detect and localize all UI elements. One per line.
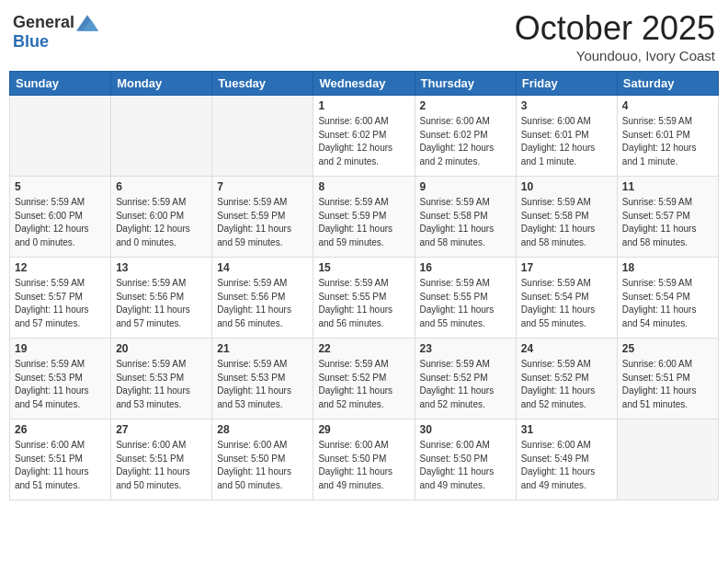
day-info: Sunrise: 6:00 AM Sunset: 5:51 PM Dayligh… <box>622 358 713 411</box>
logo: General Blue <box>13 13 98 52</box>
calendar-header: SundayMondayTuesdayWednesdayThursdayFrid… <box>10 72 719 96</box>
calendar-cell: 2Sunrise: 6:00 AM Sunset: 6:02 PM Daylig… <box>415 96 516 177</box>
day-info: Sunrise: 5:59 AM Sunset: 5:56 PM Dayligh… <box>217 277 308 330</box>
day-number: 23 <box>420 342 511 355</box>
calendar-cell <box>111 96 212 177</box>
calendar-week-3: 12Sunrise: 5:59 AM Sunset: 5:57 PM Dayli… <box>10 258 719 339</box>
day-info: Sunrise: 5:59 AM Sunset: 5:59 PM Dayligh… <box>217 196 308 249</box>
day-number: 27 <box>116 423 207 436</box>
calendar-cell: 1Sunrise: 6:00 AM Sunset: 6:02 PM Daylig… <box>313 96 415 177</box>
day-info: Sunrise: 6:00 AM Sunset: 5:50 PM Dayligh… <box>217 439 308 492</box>
day-info: Sunrise: 6:00 AM Sunset: 6:02 PM Dayligh… <box>318 115 409 168</box>
day-info: Sunrise: 5:59 AM Sunset: 5:56 PM Dayligh… <box>116 277 207 330</box>
calendar-cell: 21Sunrise: 5:59 AM Sunset: 5:53 PM Dayli… <box>212 339 313 419</box>
day-number: 26 <box>15 423 106 436</box>
calendar-cell: 15Sunrise: 5:59 AM Sunset: 5:55 PM Dayli… <box>313 258 415 339</box>
month-title: October 2025 <box>515 9 715 48</box>
day-info: Sunrise: 6:00 AM Sunset: 5:50 PM Dayligh… <box>420 439 511 492</box>
weekday-header-monday: Monday <box>111 72 212 96</box>
calendar-cell: 31Sunrise: 6:00 AM Sunset: 5:49 PM Dayli… <box>516 419 617 500</box>
day-number: 22 <box>318 342 409 355</box>
calendar-cell: 17Sunrise: 5:59 AM Sunset: 5:54 PM Dayli… <box>516 258 617 339</box>
calendar-cell <box>212 96 313 177</box>
day-number: 15 <box>318 261 409 274</box>
title-area: October 2025 Youndouo, Ivory Coast <box>515 9 715 63</box>
weekday-header-saturday: Saturday <box>617 72 718 96</box>
calendar-cell: 24Sunrise: 5:59 AM Sunset: 5:52 PM Dayli… <box>516 339 617 419</box>
day-info: Sunrise: 5:59 AM Sunset: 5:58 PM Dayligh… <box>521 196 612 249</box>
day-number: 13 <box>116 261 207 274</box>
day-info: Sunrise: 6:00 AM Sunset: 5:51 PM Dayligh… <box>15 439 106 492</box>
day-info: Sunrise: 5:59 AM Sunset: 6:00 PM Dayligh… <box>15 196 106 249</box>
day-info: Sunrise: 5:59 AM Sunset: 5:52 PM Dayligh… <box>521 358 612 411</box>
calendar-week-4: 19Sunrise: 5:59 AM Sunset: 5:53 PM Dayli… <box>10 339 719 419</box>
day-number: 10 <box>521 180 612 193</box>
calendar-cell: 16Sunrise: 5:59 AM Sunset: 5:55 PM Dayli… <box>415 258 516 339</box>
day-number: 30 <box>420 423 511 436</box>
day-info: Sunrise: 5:59 AM Sunset: 5:55 PM Dayligh… <box>420 277 511 330</box>
day-number: 1 <box>318 99 409 112</box>
calendar-cell: 7Sunrise: 5:59 AM Sunset: 5:59 PM Daylig… <box>212 177 313 258</box>
calendar-cell: 10Sunrise: 5:59 AM Sunset: 5:58 PM Dayli… <box>516 177 617 258</box>
calendar-body: 1Sunrise: 6:00 AM Sunset: 6:02 PM Daylig… <box>10 96 719 500</box>
day-info: Sunrise: 5:59 AM Sunset: 5:53 PM Dayligh… <box>15 358 106 411</box>
day-number: 14 <box>217 261 308 274</box>
day-info: Sunrise: 5:59 AM Sunset: 5:52 PM Dayligh… <box>318 358 409 411</box>
day-info: Sunrise: 6:00 AM Sunset: 6:01 PM Dayligh… <box>521 115 612 168</box>
day-number: 20 <box>116 342 207 355</box>
calendar-cell: 13Sunrise: 5:59 AM Sunset: 5:56 PM Dayli… <box>111 258 212 339</box>
weekday-header-tuesday: Tuesday <box>212 72 313 96</box>
calendar-cell: 14Sunrise: 5:59 AM Sunset: 5:56 PM Dayli… <box>212 258 313 339</box>
day-info: Sunrise: 6:00 AM Sunset: 5:49 PM Dayligh… <box>521 439 612 492</box>
day-info: Sunrise: 5:59 AM Sunset: 5:54 PM Dayligh… <box>622 277 713 330</box>
day-number: 21 <box>217 342 308 355</box>
day-info: Sunrise: 5:59 AM Sunset: 5:55 PM Dayligh… <box>318 277 409 330</box>
calendar-table: SundayMondayTuesdayWednesdayThursdayFrid… <box>9 71 719 500</box>
day-number: 6 <box>116 180 207 193</box>
day-number: 25 <box>622 342 713 355</box>
day-info: Sunrise: 5:59 AM Sunset: 6:00 PM Dayligh… <box>116 196 207 249</box>
day-info: Sunrise: 6:00 AM Sunset: 6:02 PM Dayligh… <box>420 115 511 168</box>
weekday-header-friday: Friday <box>516 72 617 96</box>
calendar-cell: 29Sunrise: 6:00 AM Sunset: 5:50 PM Dayli… <box>313 419 415 500</box>
day-number: 2 <box>420 99 511 112</box>
calendar-cell: 3Sunrise: 6:00 AM Sunset: 6:01 PM Daylig… <box>516 96 617 177</box>
day-info: Sunrise: 5:59 AM Sunset: 5:57 PM Dayligh… <box>622 196 713 249</box>
calendar-cell: 22Sunrise: 5:59 AM Sunset: 5:52 PM Dayli… <box>313 339 415 419</box>
calendar-cell: 30Sunrise: 6:00 AM Sunset: 5:50 PM Dayli… <box>415 419 516 500</box>
day-info: Sunrise: 5:59 AM Sunset: 5:53 PM Dayligh… <box>116 358 207 411</box>
day-info: Sunrise: 5:59 AM Sunset: 5:59 PM Dayligh… <box>318 196 409 249</box>
calendar-cell: 5Sunrise: 5:59 AM Sunset: 6:00 PM Daylig… <box>10 177 111 258</box>
weekday-header-thursday: Thursday <box>415 72 516 96</box>
calendar-cell: 26Sunrise: 6:00 AM Sunset: 5:51 PM Dayli… <box>10 419 111 500</box>
day-info: Sunrise: 6:00 AM Sunset: 5:51 PM Dayligh… <box>116 439 207 492</box>
location-subtitle: Youndouo, Ivory Coast <box>515 48 715 63</box>
calendar-cell <box>10 96 111 177</box>
calendar-cell: 6Sunrise: 5:59 AM Sunset: 6:00 PM Daylig… <box>111 177 212 258</box>
day-info: Sunrise: 5:59 AM Sunset: 5:53 PM Dayligh… <box>217 358 308 411</box>
day-number: 11 <box>622 180 713 193</box>
calendar-week-1: 1Sunrise: 6:00 AM Sunset: 6:02 PM Daylig… <box>10 96 719 177</box>
calendar-cell: 12Sunrise: 5:59 AM Sunset: 5:57 PM Dayli… <box>10 258 111 339</box>
calendar-cell: 27Sunrise: 6:00 AM Sunset: 5:51 PM Dayli… <box>111 419 212 500</box>
day-number: 18 <box>622 261 713 274</box>
logo-general: General <box>13 13 74 32</box>
day-info: Sunrise: 5:59 AM Sunset: 5:52 PM Dayligh… <box>420 358 511 411</box>
day-number: 17 <box>521 261 612 274</box>
calendar-cell: 9Sunrise: 5:59 AM Sunset: 5:58 PM Daylig… <box>415 177 516 258</box>
day-info: Sunrise: 5:59 AM Sunset: 5:57 PM Dayligh… <box>15 277 106 330</box>
calendar-cell: 25Sunrise: 6:00 AM Sunset: 5:51 PM Dayli… <box>617 339 718 419</box>
day-number: 28 <box>217 423 308 436</box>
day-number: 5 <box>15 180 106 193</box>
calendar-cell <box>617 419 718 500</box>
day-number: 19 <box>15 342 106 355</box>
calendar-cell: 28Sunrise: 6:00 AM Sunset: 5:50 PM Dayli… <box>212 419 313 500</box>
calendar-week-2: 5Sunrise: 5:59 AM Sunset: 6:00 PM Daylig… <box>10 177 719 258</box>
calendar-cell: 20Sunrise: 5:59 AM Sunset: 5:53 PM Dayli… <box>111 339 212 419</box>
day-number: 7 <box>217 180 308 193</box>
day-number: 16 <box>420 261 511 274</box>
day-number: 24 <box>521 342 612 355</box>
calendar-cell: 8Sunrise: 5:59 AM Sunset: 5:59 PM Daylig… <box>313 177 415 258</box>
day-info: Sunrise: 5:59 AM Sunset: 6:01 PM Dayligh… <box>622 115 713 168</box>
day-number: 29 <box>318 423 409 436</box>
